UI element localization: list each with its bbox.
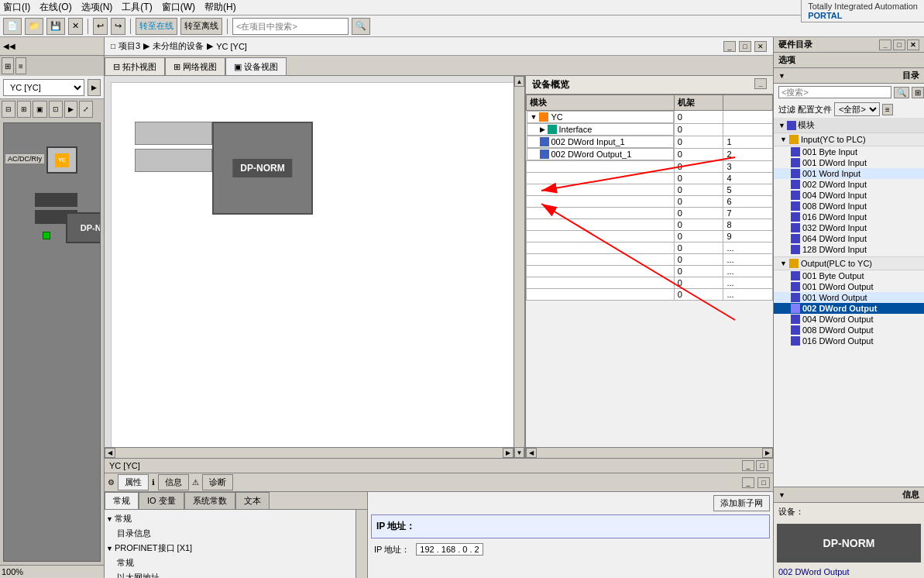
item-001-word-input[interactable]: 001 Word Input [774,168,924,179]
table-row[interactable]: ▼ YC 0 [527,111,773,124]
tab-device[interactable]: ▣ 设备视图 [225,57,287,75]
table-row[interactable]: 05 [527,184,773,196]
btn-dev[interactable]: ▣ [33,101,47,118]
close-btn[interactable]: ✕ [68,18,83,35]
table-row[interactable]: 08 [527,219,773,231]
catalog-search-input[interactable] [778,86,891,98]
tab-prop[interactable]: 属性 [118,474,149,490]
item-016-dword-output[interactable]: 016 DWord Output [774,335,924,346]
section-catalog[interactable]: 目录信息 [106,526,354,541]
item-016-dword-input[interactable]: 016 DWord Input [774,212,924,222]
maximize-btn[interactable]: □ [739,41,751,52]
scroll-up-btn[interactable]: ▲ [514,76,524,87]
item-001-dword-output[interactable]: 001 DWord Output [774,281,924,292]
table-row[interactable]: ▶ Interface 0 [527,123,773,136]
close-win-btn[interactable]: ✕ [754,41,767,52]
table-row[interactable]: 0... [527,277,773,289]
minimize-btn[interactable]: _ [723,41,736,52]
tab-io-vars[interactable]: IO 变量 [139,492,184,509]
btn-io[interactable]: ⊡ [49,101,63,118]
table-row[interactable]: 0... [527,254,773,266]
nav-collapse-btn[interactable]: ◀◀ [3,42,15,50]
yc-min[interactable]: _ [742,460,754,471]
ov-scroll-right[interactable]: ▶ [762,448,773,458]
input-folder[interactable]: ▼ Input(YC to PLC) [774,133,924,146]
cat-tree-btn[interactable]: ⊞ [912,87,924,98]
undo-btn[interactable]: ↩ [93,18,108,35]
section-eth-addr[interactable]: 以太网地址 [106,570,354,578]
menu-item-help[interactable]: 帮助(H) [204,1,236,14]
item-008-dword-output[interactable]: 008 DWord Output [774,325,924,335]
btn-net[interactable]: ⊞ [17,101,31,118]
overview-table-container[interactable]: 模块 机架 ▼ [526,95,773,447]
item-002-dword-output[interactable]: 002 DWord Output [774,303,924,314]
btn-nav-right[interactable]: ▶ [64,101,77,118]
scroll-down-btn[interactable]: ▼ [514,447,524,458]
cat-close[interactable]: ✕ [907,40,919,50]
tab-topology[interactable]: ⊟ 拓扑视图 [105,57,165,75]
table-row[interactable]: 0... [527,243,773,254]
nav-btn1[interactable]: ⊞ [2,57,14,74]
item-008-dword-input[interactable]: 008 DWord Input [774,201,924,212]
section-general[interactable]: ▼ 常规 [106,511,354,526]
catalog-tree-content[interactable]: ▼ Input(YC to PLC) 001 Byte Input 001 DW… [774,133,924,487]
search-btn[interactable]: 🔍 [352,18,370,35]
item-001-word-output[interactable]: 001 Word Output [774,292,924,303]
yc-expand[interactable]: ▼ [531,113,538,121]
table-row[interactable]: 09 [527,231,773,243]
scroll-left-btn[interactable]: ◀ [105,448,115,458]
section-profinet[interactable]: ▼ PROFINET接口 [X1] [106,541,354,556]
item-128-dword-input[interactable]: 128 DWord Input [774,244,924,255]
tab-text[interactable]: 文本 [235,492,270,509]
btn-topo[interactable]: ⊟ [2,101,15,118]
table-row[interactable]: 002 DWord Input_1 0 1 [527,136,773,148]
redo-btn[interactable]: ↪ [111,18,125,35]
menu-item-tools[interactable]: 工具(T) [122,1,152,14]
item-032-dword-input[interactable]: 032 DWord Input [774,222,924,233]
btn-expand[interactable]: ⤢ [79,101,93,118]
iface-expand[interactable]: ▶ [540,126,545,133]
item-002-dword-input[interactable]: 002 DWord Input [774,179,924,190]
filter-select[interactable]: <全部> [834,102,880,116]
table-row[interactable]: 002 DWord Output_1 0 2 [527,148,773,161]
device-dropdown[interactable]: YC [YC] [3,79,84,96]
nav-forward[interactable]: ▶ [88,79,101,96]
ov-scroll-left[interactable]: ◀ [526,448,537,458]
nav-btn2[interactable]: ≡ [15,57,26,74]
filter-btn[interactable]: ≡ [882,104,893,115]
tab-diag[interactable]: 诊断 [202,474,233,490]
table-row[interactable]: 0... [527,266,773,277]
tab-general[interactable]: 常规 [105,492,139,509]
table-row[interactable]: 06 [527,196,773,208]
prop-min[interactable]: _ [742,477,754,488]
options-section[interactable]: 选项 [774,53,924,68]
tab-network[interactable]: ⊞ 网络视图 [165,57,225,75]
menu-item-options[interactable]: 选项(N) [81,1,113,14]
catalog-section-header[interactable]: ▼ 目录 [774,68,924,84]
item-004-dword-output[interactable]: 004 DWord Output [774,314,924,325]
item-001-byte-output[interactable]: 001 Byte Output [774,270,924,281]
tab-sys-const[interactable]: 系统常数 [184,492,235,509]
yc-max[interactable]: □ [756,460,768,471]
cat-max[interactable]: □ [893,40,905,50]
save-btn[interactable]: 💾 [46,18,65,35]
table-row[interactable]: 07 [527,208,773,219]
go-online-btn[interactable]: 转至在线 [136,18,177,35]
scroll-right-btn[interactable]: ▶ [503,448,514,458]
new-btn[interactable]: 📄 [3,18,22,35]
cat-search-btn[interactable]: 🔍 [894,87,909,98]
open-btn[interactable]: 📁 [25,18,43,35]
global-search[interactable] [232,18,349,35]
menu-item-window2[interactable]: 窗口(W) [162,1,195,14]
tab-info[interactable]: 信息 [158,474,189,490]
info-section-header[interactable]: ▼ 信息 [774,487,924,503]
menu-item-online[interactable]: 在线(O) [40,1,71,14]
go-offline-btn[interactable]: 转至离线 [180,18,222,35]
prop-max[interactable]: □ [757,477,770,488]
table-row[interactable]: 03 [527,161,773,173]
prop-tree-scroll[interactable] [356,510,367,578]
menu-item-window[interactable]: 窗口(I) [3,1,30,14]
item-001-dword-input[interactable]: 001 DWord Input [774,157,924,168]
item-001-byte-input[interactable]: 001 Byte Input [774,146,924,157]
overview-min[interactable]: _ [754,78,767,89]
